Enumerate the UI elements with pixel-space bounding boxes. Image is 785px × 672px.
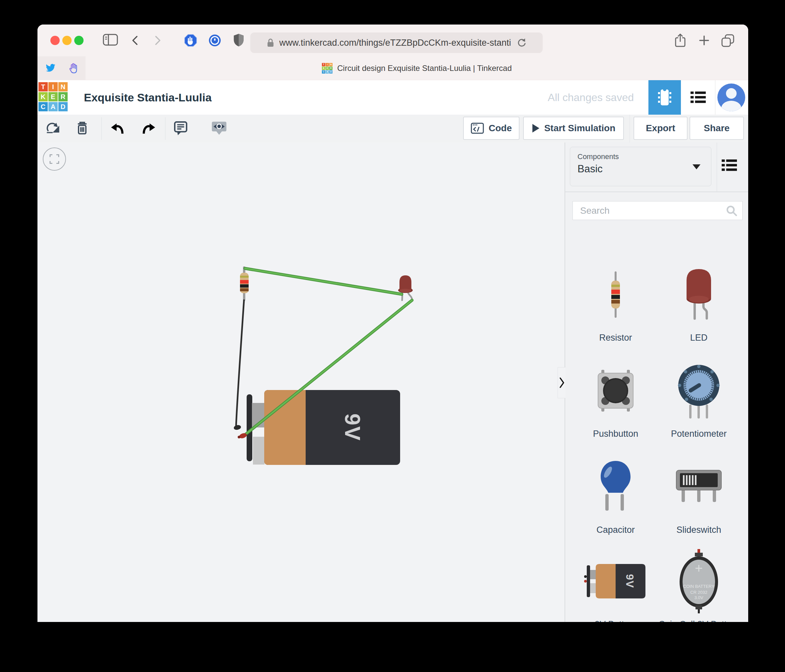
wire-resistor-to-battery-black[interactable] — [236, 300, 244, 427]
delete-button[interactable] — [76, 120, 89, 135]
components-category-value: Basic — [577, 163, 603, 175]
chevron-right-icon — [559, 377, 565, 389]
code-button[interactable]: Code — [463, 117, 519, 140]
wire-resistor-to-led[interactable] — [245, 269, 402, 294]
export-button[interactable]: Export — [633, 117, 688, 140]
circuit-drawing: 9V — [38, 142, 565, 622]
minimize-window-button[interactable] — [62, 36, 72, 45]
play-icon — [532, 123, 539, 133]
component-list-view-button[interactable] — [681, 80, 715, 115]
circuit-canvas[interactable]: 9V — [38, 142, 565, 622]
components-label: Components — [577, 152, 619, 161]
resistor-icon — [610, 261, 621, 328]
component-label: 9V Battery — [595, 619, 636, 622]
notes-button[interactable] — [174, 120, 188, 136]
component-label: Coin Cell 3V Battery — [658, 619, 739, 622]
led-icon — [683, 261, 714, 328]
component-tile-capacitor[interactable]: Capacitor — [574, 454, 657, 536]
header-divider — [715, 80, 715, 115]
component-label: Resistor — [599, 332, 632, 343]
component-label: Capacitor — [596, 525, 635, 536]
component-list-toggle[interactable] — [722, 159, 737, 172]
active-tab[interactable]: TIN KER CAD Circuit design Exquisite Sta… — [86, 56, 748, 80]
sidebar-divider — [717, 142, 717, 192]
tinkercad-favicon: TIN KER CAD — [322, 63, 333, 73]
component-tile-pushbutton[interactable]: Pushbutton — [574, 358, 657, 439]
component-tile-coin-cell[interactable]: COIN BATTERYCR 20323.0V Coin Cell 3V Bat… — [657, 548, 740, 622]
chevron-down-icon — [693, 164, 701, 169]
privacy-shield-extension-icon[interactable] — [233, 33, 244, 47]
component-label: Slideswitch — [676, 525, 721, 536]
visibility-button[interactable] — [211, 120, 227, 136]
design-title[interactable]: Exquisite Stantia-Luulia — [84, 80, 211, 115]
pinned-tab-hand[interactable] — [62, 56, 86, 80]
share-icon[interactable] — [674, 33, 686, 48]
component-search — [572, 201, 743, 220]
back-button[interactable] — [131, 36, 139, 45]
start-simulation-button[interactable]: Start Simulation — [523, 117, 624, 140]
tab-overview-icon[interactable] — [721, 34, 735, 48]
password-manager-extension-icon[interactable] — [208, 34, 221, 47]
export-label: Export — [646, 123, 675, 134]
battery-icon-label: 9V — [624, 574, 636, 588]
new-tab-icon[interactable] — [699, 35, 710, 46]
ic-chip-icon — [657, 88, 672, 107]
component-label: LED — [690, 332, 708, 343]
coin-text-3: 3.0V — [694, 595, 704, 600]
forward-button[interactable] — [154, 36, 161, 45]
redo-button[interactable] — [141, 123, 156, 135]
component-tile-9v-battery[interactable]: 9V 9V Battery — [574, 548, 657, 622]
circuits-view-button[interactable] — [649, 80, 681, 115]
components-category-dropdown[interactable]: Components Basic — [570, 147, 712, 186]
avatar[interactable] — [718, 83, 745, 111]
component-tile-resistor[interactable]: Resistor — [574, 261, 657, 343]
code-icon — [471, 123, 484, 134]
coin-text-1: COIN BATTERY — [683, 584, 715, 589]
resistor-canvas[interactable] — [240, 266, 249, 301]
pinned-tab-twitter[interactable] — [39, 56, 62, 80]
pushbutton-icon — [594, 358, 637, 424]
component-label: Potentiometer — [671, 428, 727, 439]
battery-9v-icon: 9V — [584, 548, 647, 614]
save-status: All changes saved — [521, 80, 634, 115]
zoom-window-button[interactable] — [74, 36, 83, 45]
share-button[interactable]: Share — [690, 117, 744, 140]
led-canvas[interactable] — [398, 275, 413, 300]
lock-icon — [267, 38, 274, 47]
undo-button[interactable] — [110, 123, 125, 135]
reload-icon[interactable] — [517, 38, 527, 47]
toolbar-divider — [165, 117, 166, 140]
coin-text-2: CR 2032 — [690, 590, 707, 595]
battery-9v-canvas[interactable]: 9V — [247, 390, 400, 465]
tinkercad-logo[interactable]: TIN KER CAD — [39, 82, 67, 111]
list-icon — [722, 159, 737, 172]
sidebar-collapse-handle[interactable] — [558, 367, 566, 398]
twitter-icon — [45, 63, 56, 73]
content-blocker-extension-icon[interactable] — [184, 34, 197, 47]
tab-bar: TIN KER CAD Circuit design Exquisite Sta… — [38, 56, 748, 81]
potentiometer-icon — [677, 358, 721, 424]
component-tile-slideswitch[interactable]: Slideswitch — [657, 454, 740, 536]
toolbar-divider — [102, 117, 102, 140]
components-sidebar: Components Basic Resistor LED — [565, 142, 748, 622]
browser-window: www.tinkercad.com/things/eTZZBpDcCKm-exq… — [38, 25, 748, 622]
tinkercad-header: TIN KER CAD Exquisite Stantia-Luulia All… — [38, 80, 748, 115]
close-window-button[interactable] — [50, 36, 60, 45]
search-icon — [726, 205, 738, 217]
hand-icon — [67, 62, 80, 74]
share-label: Share — [704, 123, 730, 134]
address-bar[interactable]: www.tinkercad.com/things/eTZZBpDcCKm-exq… — [250, 33, 543, 53]
sidebar-divider — [565, 192, 748, 192]
rotate-button[interactable] — [46, 121, 60, 136]
safari-toolbar: www.tinkercad.com/things/eTZZBpDcCKm-exq… — [38, 25, 748, 56]
component-tile-potentiometer[interactable]: Potentiometer — [657, 358, 740, 439]
edit-toolbar: Code Start Simulation Export Share — [38, 115, 748, 143]
search-input[interactable] — [580, 203, 720, 218]
list-icon — [691, 91, 706, 104]
battery-negative-connector[interactable] — [233, 425, 241, 430]
battery-canvas-label: 9V — [341, 414, 364, 441]
component-tile-led[interactable]: LED — [657, 261, 740, 343]
start-simulation-label: Start Simulation — [544, 123, 616, 134]
capacitor-icon — [596, 454, 635, 520]
sidebar-toggle-icon[interactable] — [103, 33, 118, 46]
